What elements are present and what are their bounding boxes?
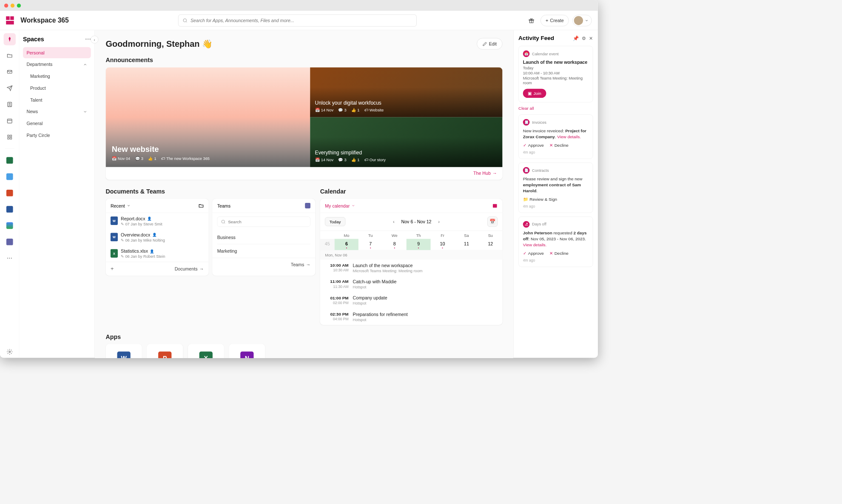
word-file-icon: W bbox=[111, 233, 118, 241]
rail-calendar-icon[interactable] bbox=[3, 115, 15, 127]
calendar-event[interactable]: 10:00 AM10:30 AM Launch of the new works… bbox=[320, 260, 503, 276]
join-meeting-button[interactable]: ▣ Join bbox=[523, 89, 546, 98]
rail-rocket-icon[interactable] bbox=[3, 33, 15, 45]
sidebar-item-talent[interactable]: Talent bbox=[23, 94, 91, 105]
next-week-button[interactable]: › bbox=[437, 218, 441, 225]
review-sign-button[interactable]: 📁 Review & Sign bbox=[523, 197, 557, 202]
announcement-small-1[interactable]: Unlock your digital workfocus 📅 14 Nov 💬… bbox=[310, 67, 502, 117]
calendar-tag-icon: 📅 bbox=[523, 51, 530, 57]
team-item[interactable]: Marketing bbox=[212, 244, 315, 258]
contract-tag-icon: 📄 bbox=[523, 167, 530, 174]
documents-card: Recent W Report.docx 👤 ✎ 07 Jan by Steve… bbox=[106, 199, 209, 276]
app-card-word[interactable]: W Word bbox=[106, 344, 142, 358]
prev-week-button[interactable]: ‹ bbox=[392, 218, 395, 225]
calendar-icon[interactable] bbox=[492, 203, 498, 208]
rail-app-excel[interactable] bbox=[3, 154, 15, 166]
main-content: Goodmorning, Stephan 👋 Edit Announcement… bbox=[95, 30, 513, 358]
view-details-link[interactable]: View details. bbox=[557, 134, 581, 139]
rail-app-teams[interactable] bbox=[3, 236, 15, 248]
global-search[interactable] bbox=[178, 14, 417, 26]
rail-contacts-icon[interactable] bbox=[3, 98, 15, 110]
pin-icon[interactable]: 📌 bbox=[573, 35, 579, 41]
svg-rect-12 bbox=[8, 135, 9, 137]
rail-mail-icon[interactable] bbox=[3, 66, 15, 78]
app-card-excel[interactable]: X Excel bbox=[188, 344, 224, 358]
documents-recent-dropdown[interactable]: Recent bbox=[111, 203, 131, 208]
sidebar-item-news[interactable]: News bbox=[23, 106, 91, 117]
search-input[interactable] bbox=[191, 18, 412, 23]
rail-settings-icon[interactable] bbox=[3, 346, 15, 358]
hub-link[interactable]: The Hub → bbox=[473, 171, 497, 176]
cal-day[interactable]: 10 bbox=[430, 239, 454, 250]
collapse-panel-button[interactable]: ‹ bbox=[91, 36, 98, 43]
decline-button[interactable]: ✕ Decline bbox=[549, 251, 569, 256]
rail-app-word[interactable] bbox=[3, 203, 15, 215]
cal-day[interactable]: 7 bbox=[358, 239, 382, 250]
calendar-event[interactable]: 02:30 PM04:00 PM Preparations for refine… bbox=[320, 309, 503, 325]
gift-icon[interactable] bbox=[526, 15, 537, 26]
rail-app-maps[interactable] bbox=[3, 219, 15, 231]
rail-folder-icon[interactable] bbox=[3, 49, 15, 61]
svg-point-9 bbox=[9, 103, 11, 105]
edit-button[interactable]: Edit bbox=[477, 38, 502, 49]
approve-button[interactable]: ✓ Approve bbox=[523, 251, 544, 256]
pencil-icon bbox=[483, 42, 487, 46]
search-icon bbox=[221, 219, 226, 224]
team-item[interactable]: Business bbox=[212, 231, 315, 244]
window-titlebar bbox=[0, 0, 598, 11]
view-details-link[interactable]: View details. bbox=[523, 242, 547, 247]
activity-title: Activity Feed bbox=[518, 35, 554, 42]
excel-file-icon: X bbox=[111, 249, 118, 258]
clear-all-link[interactable]: Clear all bbox=[518, 106, 593, 111]
calendar-event[interactable]: 11:00 AM11:30 AM Catch-up with MaddieHot… bbox=[320, 276, 503, 292]
decline-button[interactable]: ✕ Decline bbox=[549, 143, 569, 148]
today-button[interactable]: Today bbox=[325, 217, 345, 226]
close-window[interactable] bbox=[4, 3, 8, 7]
date-range: Nov 6 - Nov 12 bbox=[401, 219, 431, 224]
app-card-onenote[interactable]: N OneNote bbox=[229, 344, 265, 358]
folder-icon[interactable] bbox=[199, 203, 204, 208]
calendar-view-button[interactable]: 📅 bbox=[487, 216, 498, 227]
spaces-title: Spaces bbox=[23, 36, 44, 43]
approve-button[interactable]: ✓ Approve bbox=[523, 143, 544, 148]
plus-icon: + bbox=[546, 18, 548, 23]
sidebar-item-product[interactable]: Product bbox=[23, 83, 91, 94]
rail-send-icon[interactable] bbox=[3, 82, 15, 94]
document-row[interactable]: W Overview.docx 👤 ✎ 06 Jan by Mike Nolti… bbox=[106, 229, 209, 245]
cal-day[interactable]: 12 bbox=[478, 239, 502, 250]
calendar-event[interactable]: 01:00 PM02:00 PM Company updateHotspot bbox=[320, 292, 503, 308]
sidebar-item-personal[interactable]: Personal bbox=[23, 47, 91, 58]
cal-day[interactable]: 11 bbox=[455, 239, 478, 250]
announcement-small-2[interactable]: Everything simplified 📅 14 Nov 💬 3 👍 1 🏷… bbox=[310, 117, 502, 167]
sidebar-item-party-circle[interactable]: Party Circle bbox=[23, 130, 91, 141]
settings-icon[interactable]: ⚙ bbox=[582, 35, 586, 41]
cal-day[interactable]: 8 bbox=[382, 239, 406, 250]
add-document-button[interactable]: + bbox=[111, 266, 114, 272]
minimize-window[interactable] bbox=[11, 3, 14, 7]
maximize-window[interactable] bbox=[17, 3, 21, 7]
sidebar-item-marketing[interactable]: Marketing bbox=[23, 71, 91, 82]
app-card-powerpoint[interactable]: P PowerPoint bbox=[147, 344, 183, 358]
svg-rect-19 bbox=[493, 204, 497, 208]
user-menu[interactable] bbox=[572, 14, 592, 26]
rail-app-powerpoint[interactable] bbox=[3, 187, 15, 199]
teams-search[interactable] bbox=[217, 216, 310, 227]
cal-day[interactable]: 6 bbox=[335, 239, 358, 250]
chevron-down-icon bbox=[127, 204, 131, 208]
activity-card-daysoff: 🏖Days off John Peterson requested 2 days… bbox=[518, 216, 593, 267]
close-icon[interactable]: ✕ bbox=[589, 35, 593, 41]
announcement-featured[interactable]: New website 📅 Nov 04 💬 3 👍 1 🏷 The new W… bbox=[106, 67, 310, 167]
rail-more-icon[interactable]: ⋯ bbox=[3, 252, 15, 264]
rail-grid-icon[interactable] bbox=[3, 131, 15, 143]
sidebar-item-general[interactable]: General bbox=[23, 118, 91, 129]
document-row[interactable]: W Report.docx 👤 ✎ 07 Jan by Steve Smit bbox=[106, 213, 209, 229]
spaces-menu-icon[interactable]: ⋯ bbox=[85, 36, 91, 43]
create-button[interactable]: + Create bbox=[540, 14, 569, 26]
calendar-dropdown[interactable]: My calendar bbox=[325, 203, 355, 208]
documents-link[interactable]: Documents → bbox=[175, 266, 204, 271]
rail-app-todo[interactable] bbox=[3, 171, 15, 182]
document-row[interactable]: X Statistics.xlsx 👤 ✎ 06 Jan by Robert S… bbox=[106, 245, 209, 262]
cal-day[interactable]: 9 bbox=[407, 239, 430, 250]
sidebar-item-departments[interactable]: Departments bbox=[23, 59, 91, 70]
teams-link[interactable]: Teams → bbox=[291, 262, 310, 267]
